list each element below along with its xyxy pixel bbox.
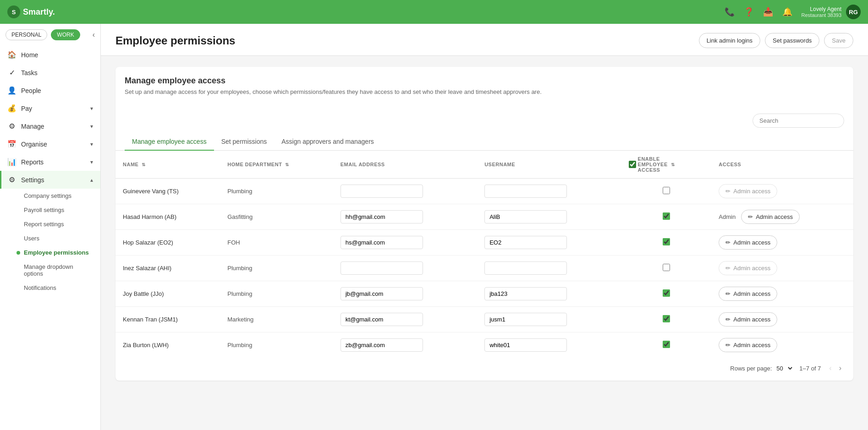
bell-icon[interactable]: 🔔 [782,7,792,17]
phone-icon[interactable]: 📞 [725,7,735,17]
link-admin-logins-button[interactable]: Link admin logins [699,33,760,48]
name-sort-icon[interactable]: ⇅ [142,162,146,167]
email-input-4[interactable] [341,287,423,300]
email-input-6[interactable] [341,338,423,352]
sidebar-item-home[interactable]: 🏠 Home [0,46,100,64]
pencil-icon-3: ✏ [725,265,731,272]
sidebar-label-users: Users [24,235,39,242]
username-input-2[interactable] [484,236,567,249]
people-icon: 👤 [7,86,16,95]
cell-access-1: Admin ✏ Admin access [711,204,853,230]
email-input-2[interactable] [341,236,423,249]
cell-email-2 [333,230,477,256]
cell-access-4: ✏ Admin access [711,281,853,307]
cell-access-6: ✏ Admin access [711,332,853,358]
enable-checkbox-1[interactable] [663,212,670,220]
username-input-0[interactable] [484,185,567,198]
sidebar-item-notifications[interactable]: Notifications [0,281,100,295]
enable-sort-icon[interactable]: ⇅ [671,162,675,167]
download-icon[interactable]: 📥 [763,7,773,17]
rows-per-page: Rows per page: 50 25 100 [730,365,794,372]
empty-dot-4 [16,237,20,240]
pencil-icon-0: ✏ [725,188,731,195]
username-input-3[interactable] [484,261,567,275]
enable-checkbox-2[interactable] [663,238,670,245]
avatar[interactable]: RG [846,5,861,19]
tab-set-permissions[interactable]: Set permissions [214,133,275,151]
rows-per-page-select[interactable]: 50 25 100 [775,365,794,372]
sidebar-label-manage: Manage [21,123,44,130]
sidebar-item-settings[interactable]: ⚙ Settings ▴ [0,171,100,189]
pencil-icon-6: ✏ [725,342,731,348]
email-input-3[interactable] [341,261,423,275]
next-page-button[interactable]: › [836,363,844,373]
cell-username-0 [477,179,621,204]
sidebar-item-payroll-settings[interactable]: Payroll settings [0,203,100,217]
sidebar-item-users[interactable]: Users [0,231,100,245]
table-row: Zia Burton (LWH) Plumbing ✏ Admin access [115,332,853,358]
main-content: Employee permissions Link admin logins S… [101,24,868,430]
sidebar-item-manage[interactable]: ⚙ Manage ▾ [0,117,100,135]
admin-access-button-1[interactable]: ✏ Admin access [741,210,800,224]
toggle-work[interactable]: WORK [51,29,80,40]
col-enable-access: ENABLEEMPLOYEEACCESS ⇅ [621,151,712,179]
app-logo[interactable]: S Smartly. [7,5,55,18]
admin-access-button-2[interactable]: ✏ Admin access [719,235,777,250]
sidebar-item-employee-permissions[interactable]: Employee permissions [0,245,100,260]
prev-page-button[interactable]: ‹ [826,363,834,373]
tab-assign-approvers[interactable]: Assign approvers and managers [274,133,381,151]
sidebar-item-people[interactable]: 👤 People [0,82,100,99]
tabs: Manage employee access Set permissions A… [115,133,853,151]
set-passwords-button[interactable]: Set passwords [765,33,819,48]
dept-sort-icon[interactable]: ⇅ [285,162,289,167]
toggle-personal[interactable]: PERSONAL [5,29,47,40]
enable-checkbox-5[interactable] [663,315,670,322]
sidebar-label-report-settings: Report settings [24,221,64,228]
section-title: Manage employee access [125,76,844,86]
enable-checkbox-6[interactable] [663,341,670,348]
admin-access-button-5[interactable]: ✏ Admin access [719,312,777,327]
sidebar-item-tasks[interactable]: ✓ Tasks [0,64,100,82]
sidebar-label-tasks: Tasks [21,69,38,76]
email-input-5[interactable] [341,313,423,326]
sidebar-label-people: People [21,87,41,94]
sidebar-item-manage-dropdown[interactable]: Manage dropdown options [0,260,100,281]
admin-access-button-6[interactable]: ✏ Admin access [719,338,777,352]
content-area: Manage employee access Set up and manage… [101,56,868,392]
email-input-1[interactable] [341,210,423,223]
admin-access-button-4[interactable]: ✏ Admin access [719,287,777,301]
username-input-6[interactable] [484,338,567,352]
username-input-1[interactable] [484,210,567,223]
tab-manage-employee-access[interactable]: Manage employee access [125,133,214,151]
enable-checkbox-3[interactable] [663,264,670,271]
cell-username-6 [477,332,621,358]
empty-dot-5 [16,268,20,272]
col-access: ACCESS [711,151,853,179]
sidebar-item-pay[interactable]: 💰 Pay ▾ [0,99,100,117]
sidebar-item-reports[interactable]: 📊 Reports ▾ [0,153,100,171]
search-input[interactable] [753,114,844,128]
sidebar-item-company-settings[interactable]: Company settings [0,189,100,203]
pay-chevron-icon: ▾ [90,105,93,112]
username-input-4[interactable] [484,287,567,300]
email-input-0[interactable] [341,185,423,198]
username-input-5[interactable] [484,313,567,326]
cell-name-6: Zia Burton (LWH) [115,332,220,358]
save-button[interactable]: Save [824,33,853,48]
manage-icon: ⚙ [7,122,16,131]
sidebar-nav: 🏠 Home ✓ Tasks 👤 People 💰 Pay ▾ ⚙ Manage… [0,44,100,297]
empty-dot [16,194,20,198]
cell-email-6 [333,332,477,358]
enable-checkbox-0[interactable] [663,187,670,194]
sidebar-item-report-settings[interactable]: Report settings [0,217,100,231]
collapse-sidebar-button[interactable]: ‹ [93,31,95,39]
tasks-icon: ✓ [7,68,16,77]
enable-checkbox-4[interactable] [663,289,670,297]
enable-all-checkbox[interactable] [629,161,636,168]
page-info: 1–7 of 7 [799,365,821,372]
sidebar-item-organise[interactable]: 📅 Organise ▾ [0,135,100,153]
empty-dot-2 [16,208,20,212]
help-icon[interactable]: ❓ [744,7,754,17]
table-row: Kennan Tran (JSM1) Marketing ✏ Admin acc… [115,307,853,332]
page-nav: ‹ › [826,363,844,373]
